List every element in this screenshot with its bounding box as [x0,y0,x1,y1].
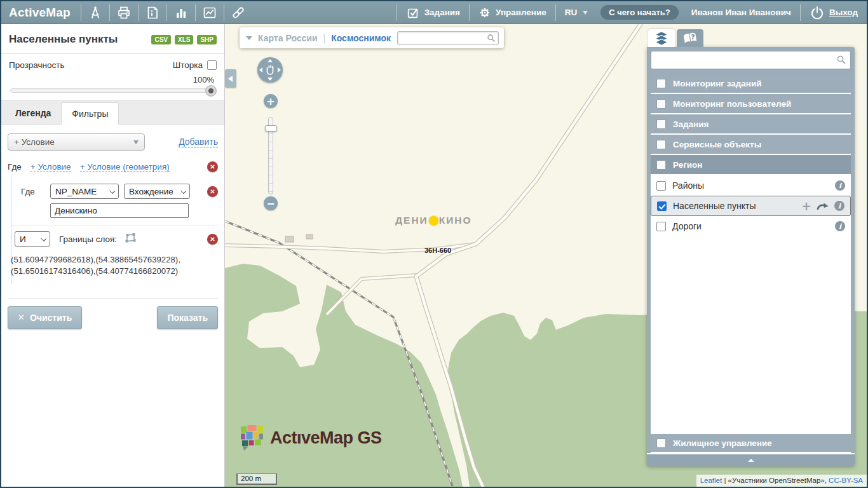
layer-checkbox[interactable] [656,222,666,231]
group-service-objects[interactable]: Сервисные объекты [651,135,851,155]
layer-row-dorogi[interactable]: Дороги i [651,216,851,236]
add-filter-link[interactable]: Добавить [179,137,218,147]
tab-layers[interactable] [648,29,675,47]
info-book-icon [145,5,160,20]
line-chart-icon [202,5,217,20]
share-arrow-icon[interactable] [817,201,829,211]
print-button[interactable] [110,1,138,24]
remove-geometry-condition-button[interactable]: ✕ [207,234,218,245]
pan-control[interactable] [257,57,283,83]
add-condition-link[interactable]: + Условие [31,162,71,172]
pan-right-icon[interactable] [278,67,281,72]
polygon-bounds-icon[interactable] [125,232,137,247]
group-monitoring-users[interactable]: Мониторинг пользователей [651,94,851,114]
group-checkbox[interactable] [656,119,666,129]
activemap-gs-logo-text: ActıveMap GS [270,428,382,448]
activemap-gs-watermark: ActıveMap GS [240,424,382,451]
logic-select[interactable]: И [15,231,50,247]
management-menu[interactable]: Управление [470,1,555,24]
value-input[interactable] [50,203,189,218]
tab-filters[interactable]: Фильтры [61,102,119,125]
layer-row-naselennye-punkty[interactable]: Населенные пункты + i [651,196,851,216]
layer-row-rayony[interactable]: Районы i [651,175,851,196]
group-label: Жилищное управление [673,438,772,448]
reference-button[interactable] [139,1,166,24]
export-csv-button[interactable]: CSV [151,35,171,44]
add-icon[interactable]: + [801,201,811,211]
export-shp-button[interactable]: SHP [197,35,217,44]
opacity-slider[interactable] [10,88,215,93]
measure-tool-button[interactable] [81,1,109,24]
zoom-slider[interactable] [268,117,273,194]
chevron-down-icon [180,188,186,194]
show-button[interactable]: Показать [157,306,218,329]
group-housing-management[interactable]: Жилищное управление [651,433,851,453]
group-checkbox[interactable] [656,140,666,149]
link-button[interactable] [224,1,252,24]
zoom-slider-knob[interactable] [265,125,277,132]
settlement-marker-dot[interactable] [429,216,438,226]
remove-condition-button[interactable]: ✕ [207,186,218,197]
getting-started-button[interactable]: С чего начать? [600,5,678,20]
layer-checkbox-checked[interactable] [657,201,667,211]
curtain-checkbox[interactable] [207,60,217,70]
filter-actions: ✕ Очистить Показать [8,298,218,329]
scale-bar: 200 m [236,473,277,485]
map-search-input[interactable] [397,31,499,45]
clear-button[interactable]: ✕ Очистить [8,306,82,329]
layer-checkbox[interactable] [656,181,666,191]
language-label: RU [565,8,578,17]
clear-button-label: Очистить [30,313,72,323]
task-check-icon [406,6,420,20]
chain-link-icon [231,5,246,20]
license-link[interactable]: CC-BY-SA [829,477,863,484]
group-checkbox[interactable] [656,438,666,448]
statistics-button[interactable] [167,1,195,24]
group-label: Регион [673,160,703,170]
opacity-label: Прозрачность [9,60,173,70]
group-checkbox[interactable] [656,160,666,170]
logout-button[interactable]: Выход [801,1,867,24]
group-tasks[interactable]: Задания [651,114,851,135]
tasks-menu[interactable]: Задания [397,1,469,24]
tab-legend-panel[interactable]: ? [677,29,703,47]
pan-left-icon[interactable] [259,67,262,72]
field-select-value: NP_NAME [55,187,97,196]
basemap-map-option[interactable]: Карта России [258,33,318,43]
add-condition-geometry-link[interactable]: + Условие (геометрия) [80,162,170,172]
group-checkbox[interactable] [656,79,666,88]
info-icon[interactable]: i [834,201,844,211]
basemap-satellite-option[interactable]: Космоснимок [331,33,391,43]
zoom-out-button[interactable]: − [264,196,278,210]
group-monitoring-tasks[interactable]: Мониторинг заданий [651,74,851,94]
pan-up-icon[interactable] [268,59,273,62]
charts-button[interactable] [196,1,224,24]
group-region[interactable]: Регион [651,155,851,175]
building [306,234,313,239]
remove-group-button[interactable]: ✕ [207,161,218,172]
layers-panel: ? Мониторинг заданий Мониторинг пользова… [647,29,855,466]
field-select[interactable]: NP_NAME [50,184,119,199]
opacity-slider-knob[interactable] [206,86,216,96]
pan-down-icon[interactable] [268,78,273,81]
tab-legend[interactable]: Легенда [5,102,61,124]
group-checkbox[interactable] [656,99,666,109]
map-canvas[interactable]: Карта России | Космоснимок + − [225,24,867,487]
group-label: Мониторинг пользователей [673,99,791,109]
layers-search-input[interactable] [651,51,850,69]
building [285,236,294,242]
user-name[interactable]: Иванов Иван Иванович [682,8,800,17]
zoom-in-button[interactable]: + [264,94,278,108]
leaflet-link[interactable]: Leaflet [700,477,722,484]
export-xls-button[interactable]: XLS [175,35,193,44]
info-icon[interactable]: i [835,180,845,191]
language-selector[interactable]: RU [556,1,597,24]
collapse-basemap-icon[interactable] [246,36,252,40]
sidebar-collapse-button[interactable] [225,69,236,88]
info-icon[interactable]: i [835,221,845,231]
condition-type-select[interactable]: + Условие [8,133,145,151]
operator-select[interactable]: Вхождение [124,184,190,199]
opacity-block: Прозрачность Шторка 100% [1,54,224,93]
legend-book-icon: ? [682,31,698,45]
panel-collapse-button[interactable] [647,453,855,466]
